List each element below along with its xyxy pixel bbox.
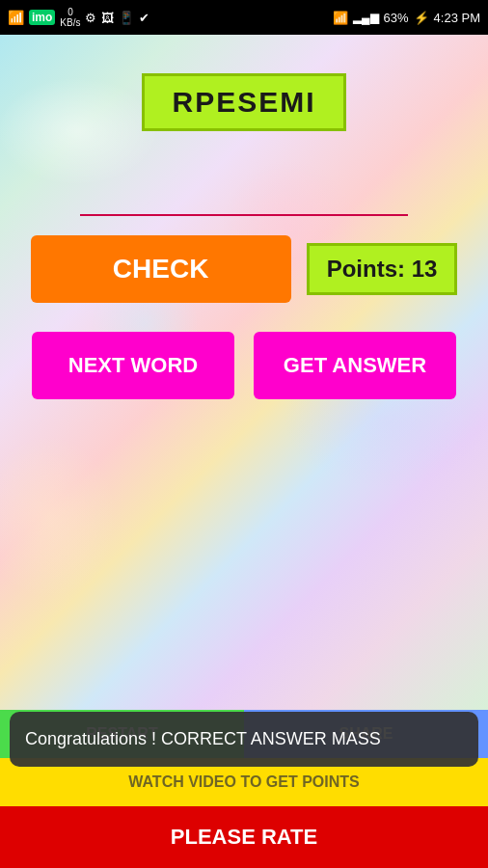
get-answer-button[interactable]: GET ANSWER bbox=[254, 332, 456, 399]
please-rate-bar[interactable]: PLEASE RATE bbox=[0, 806, 488, 868]
time-display: 4:23 PM bbox=[434, 11, 480, 25]
please-rate-text: PLEASE RATE bbox=[171, 825, 317, 850]
answer-input[interactable] bbox=[80, 179, 408, 216]
status-bar: 📶 imo 0KB/s ⚙ 🖼 📱 ✔ 📶 ▂▄▆ 63% ⚡ 4:23 PM bbox=[0, 0, 488, 35]
wifi-icon: 📶 bbox=[333, 11, 348, 25]
imo-icon: imo bbox=[29, 10, 55, 25]
settings-icon: ⚙ bbox=[85, 11, 96, 25]
points-display: Points: 13 bbox=[307, 243, 458, 295]
toast-notification: Congratulations ! CORRECT ANSWER MASS bbox=[10, 712, 478, 767]
charging-icon: ⚡ bbox=[414, 11, 429, 25]
image-icon: 🖼 bbox=[101, 11, 114, 25]
bottom-bar: RESTART SHARE Congratulations ! CORRECT … bbox=[0, 710, 488, 868]
check-button[interactable]: CHECK bbox=[31, 235, 291, 303]
next-word-button[interactable]: NEXT WORD bbox=[32, 332, 234, 399]
battery-level: 63% bbox=[384, 11, 409, 25]
network-icon: 📶 bbox=[8, 10, 24, 25]
scrambled-word: RPESEMI bbox=[142, 73, 345, 131]
check-icon: ✔ bbox=[139, 11, 149, 25]
watch-video-text: WATCH VIDEO TO GET POINTS bbox=[128, 773, 359, 791]
toast-text: Congratulations ! CORRECT ANSWER MASS bbox=[25, 729, 381, 748]
action-row: NEXT WORD GET ANSWER bbox=[32, 332, 456, 399]
status-left-icons: 📶 imo 0KB/s ⚙ 🖼 📱 ✔ bbox=[8, 7, 149, 28]
status-right-icons: 📶 ▂▄▆ 63% ⚡ 4:23 PM bbox=[333, 11, 480, 25]
check-row: CHECK Points: 13 bbox=[31, 235, 458, 303]
android-icon: 📱 bbox=[119, 11, 134, 25]
signal-bars: ▂▄▆ bbox=[353, 11, 379, 24]
game-area: RPESEMI CHECK Points: 13 NEXT WORD GET A… bbox=[0, 35, 488, 710]
data-speed: 0KB/s bbox=[60, 7, 80, 28]
